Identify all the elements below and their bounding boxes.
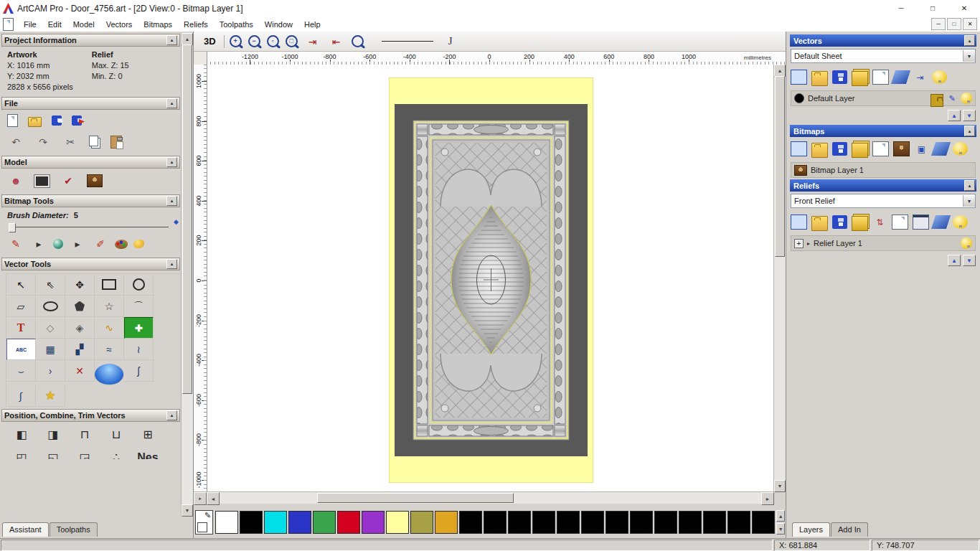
join-vectors-icon[interactable]: › — [36, 360, 65, 382]
save-relief-icon[interactable] — [832, 215, 847, 229]
palette-swatch-20[interactable] — [703, 511, 726, 534]
palette-swatch-17[interactable] — [630, 511, 653, 534]
collapse-bitmap-tools-button[interactable]: ▲ — [166, 196, 177, 206]
tab-add-in[interactable]: Add In — [831, 522, 868, 537]
open-bitmap-file-icon[interactable] — [811, 143, 828, 158]
palette-swatch-7[interactable] — [386, 511, 409, 534]
tab-layers[interactable]: Layers — [792, 522, 830, 537]
window-restore-button[interactable]: □ — [917, 0, 948, 17]
collapse-vector-tools-button[interactable]: ▲ — [166, 259, 177, 269]
relief-select[interactable]: Front Relief ▼ — [791, 194, 976, 208]
tab-toolpaths[interactable]: Toolpaths — [50, 522, 98, 537]
new-bitmap-layer-icon[interactable] — [872, 141, 889, 156]
undo-icon[interactable]: ↶ — [7, 134, 24, 150]
align-right-edges-icon[interactable]: ◨ — [37, 425, 69, 445]
offset-vector-icon[interactable]: ◈ — [65, 317, 95, 339]
collapse-model-button[interactable]: ▲ — [166, 157, 177, 167]
palette-swatch-12[interactable] — [508, 511, 531, 534]
nest-vectors-icon[interactable]: Nes — [132, 448, 164, 459]
line-join-preview[interactable]: J — [448, 35, 453, 47]
pan-view-button[interactable]: ▸ — [194, 492, 207, 505]
collapse-position-tools-button[interactable]: ▲ — [166, 410, 177, 420]
create-star-icon[interactable]: ☆ — [95, 296, 124, 317]
palette-swatch-13[interactable] — [532, 511, 555, 534]
scroll-up-button[interactable]: ▲ — [774, 65, 786, 77]
relief-layer-visibility-icon[interactable] — [961, 237, 972, 249]
palette-scroll-up-button[interactable]: ▲ — [776, 510, 785, 522]
vertical-scroll-thumb[interactable] — [775, 76, 785, 257]
align-left-edges-icon[interactable]: ◧ — [6, 425, 37, 445]
scroll-down-button[interactable]: ▼ — [774, 480, 786, 492]
zoom-in-icon[interactable]: + — [230, 35, 242, 47]
new-relief-layer-icon[interactable] — [892, 215, 908, 230]
bitmap-manager-icon[interactable] — [852, 143, 868, 158]
paint-selective-flyout-icon[interactable]: ▸ — [69, 236, 86, 252]
collapse-vectors-button[interactable]: ▲ — [964, 35, 975, 46]
move-layer-down-button[interactable]: ▼ — [963, 255, 976, 266]
zoom-window-icon[interactable]: ▫ — [267, 35, 279, 47]
calculate-relief-icon[interactable] — [913, 215, 929, 230]
new-vector-layer-icon[interactable] — [872, 70, 889, 85]
palette-swatch-8[interactable] — [410, 511, 433, 534]
snap-layer-icon[interactable] — [930, 94, 943, 107]
save-vectors-icon[interactable] — [832, 70, 847, 84]
expander-icon[interactable]: ▸ — [807, 240, 810, 247]
sheet-select[interactable]: Default Sheet ▼ — [791, 49, 976, 63]
menu-reliefs[interactable]: Reliefs — [178, 19, 214, 30]
palette-swatch-10[interactable] — [459, 511, 482, 534]
menu-edit[interactable]: Edit — [42, 19, 67, 30]
redo-icon[interactable]: ↷ — [34, 134, 52, 150]
horizontal-scroll-thumb[interactable] — [317, 493, 514, 503]
wrap-text-icon[interactable]: ◇ — [36, 317, 65, 339]
palette-swatch-6[interactable] — [362, 511, 385, 534]
palette-swatch-0[interactable] — [215, 511, 238, 534]
save-bitmap-icon[interactable] — [832, 142, 847, 156]
drawing-canvas[interactable] — [207, 65, 773, 492]
merge-visible-layers-icon[interactable]: ⇥ — [913, 70, 928, 84]
trim-vectors-icon[interactable]: ✕ — [65, 360, 95, 382]
vector-grid-icon[interactable]: ▦ — [36, 339, 65, 360]
palette-swatch-15[interactable] — [581, 511, 604, 534]
line-width-preview[interactable] — [382, 41, 433, 42]
palette-swatch-4[interactable] — [313, 511, 336, 534]
palette-scroll-down-button[interactable]: ▼ — [776, 523, 785, 534]
mdi-restore-button[interactable]: □ — [947, 18, 961, 30]
menu-toolpaths[interactable]: Toolpaths — [214, 19, 259, 30]
star-wizard-icon[interactable]: ★ — [36, 385, 65, 407]
edit-layer-colour-icon[interactable]: ✎ — [946, 93, 958, 104]
align-top-edges-icon[interactable]: ⊓ — [69, 425, 100, 445]
menu-model[interactable]: Model — [67, 19, 100, 30]
create-circle-icon[interactable] — [124, 274, 154, 296]
load-reference-image-icon[interactable] — [87, 174, 103, 187]
mdi-close-button[interactable]: ✕ — [963, 18, 977, 30]
set-model-size-icon[interactable]: ☻ — [7, 173, 24, 189]
window-minimize-button[interactable]: ─ — [885, 0, 917, 17]
scroll-up-button[interactable]: ▲ — [182, 33, 193, 45]
create-ellipse-icon[interactable] — [36, 296, 65, 317]
create-text-icon[interactable]: T — [6, 317, 36, 339]
create-polyline-icon[interactable]: ▱ — [6, 296, 36, 317]
collapse-reliefs-button[interactable]: ▲ — [964, 180, 975, 191]
cut-icon[interactable]: ✂ — [62, 134, 79, 150]
align-bottom-edges-icon[interactable]: ⊔ — [100, 425, 132, 445]
menu-window[interactable]: Window — [259, 19, 298, 30]
palette-swatch-5[interactable] — [337, 511, 360, 534]
paste-along-curve-icon[interactable]: ✚ — [124, 317, 154, 339]
move-layer-down-button[interactable]: ▼ — [963, 110, 976, 121]
export-model-icon[interactable] — [72, 116, 82, 126]
align-centre-icon[interactable]: ⊞ — [132, 425, 164, 445]
menu-help[interactable]: Help — [298, 19, 326, 30]
text-block-icon[interactable]: ABC — [6, 339, 36, 360]
relief-manager-icon[interactable] — [852, 216, 868, 231]
primary-colour-swatch[interactable]: ✎ — [195, 510, 213, 534]
chevron-down-icon[interactable]: ▼ — [963, 50, 975, 62]
move-layer-up-button[interactable]: ▲ — [948, 255, 961, 266]
collapse-bitmaps-button[interactable]: ▲ — [964, 126, 975, 136]
zoom-out-icon[interactable]: − — [248, 35, 260, 47]
tab-assistant[interactable]: Assistant — [2, 522, 49, 537]
open-model-icon[interactable] — [28, 117, 42, 127]
flood-fill-icon[interactable] — [133, 240, 144, 248]
save-model-icon[interactable] — [52, 116, 62, 126]
paint-icon[interactable]: ✎ — [7, 236, 24, 252]
add-icon[interactable]: + — [794, 239, 804, 248]
